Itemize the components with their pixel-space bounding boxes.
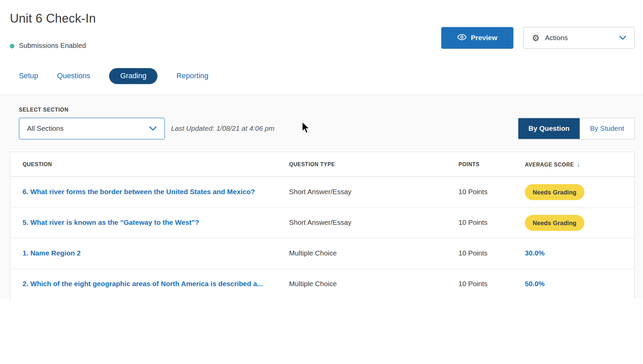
status-dot-icon (10, 44, 14, 48)
question-type: Multiple Choice (289, 280, 459, 288)
actions-button-label: Actions (545, 34, 568, 42)
sort-desc-icon: ↓ (577, 161, 580, 168)
column-header-average-score[interactable]: AVERAGE SCORE↓ (525, 161, 635, 168)
column-header-question[interactable]: QUESTION (10, 161, 289, 167)
average-score-value: 30.0% (525, 249, 545, 257)
questions-table: QUESTION QUESTION TYPE POINTS AVERAGE SC… (10, 152, 635, 299)
preview-button-label: Preview (471, 34, 497, 42)
table-header-row: QUESTION QUESTION TYPE POINTS AVERAGE SC… (10, 152, 634, 177)
needs-grading-badge: Needs Grading (525, 184, 584, 200)
question-points: 10 Points (458, 249, 525, 257)
select-section-label: SELECT SECTION (19, 107, 635, 113)
column-header-points[interactable]: POINTS (458, 161, 525, 167)
section-dropdown-value: All Sections (27, 124, 63, 132)
grading-content: SELECT SECTION All Sections Last Updated… (0, 95, 643, 299)
view-toggle: By Question By Student (518, 118, 635, 139)
table-row: 6. What river forms the border between t… (10, 177, 634, 207)
section-dropdown[interactable]: All Sections (19, 118, 165, 139)
eye-icon (457, 34, 467, 42)
status-label: Submissions Enabled (19, 42, 86, 50)
tab-reporting[interactable]: Reporting (176, 68, 208, 84)
by-student-toggle[interactable]: By Student (580, 118, 634, 139)
question-link[interactable]: 5. What river is known as the "Gateway t… (10, 218, 289, 227)
question-type: Short Answer/Essay (289, 219, 459, 227)
tab-questions[interactable]: Questions (57, 68, 90, 84)
question-link[interactable]: 1. Name Region 2 (10, 249, 289, 258)
chevron-down-icon (619, 34, 626, 42)
column-header-question-type[interactable]: QUESTION TYPE (289, 161, 459, 167)
tab-setup[interactable]: Setup (19, 68, 38, 84)
question-type: Short Answer/Essay (289, 188, 459, 196)
needs-grading-badge: Needs Grading (525, 215, 584, 231)
header-actions: Preview ⚙ Actions (441, 27, 635, 49)
actions-button[interactable]: ⚙ Actions (523, 27, 635, 49)
table-row: 5. What river is known as the "Gateway t… (10, 208, 634, 238)
page-title: Unit 6 Check-In (10, 11, 635, 25)
question-points: 10 Points (458, 280, 525, 288)
by-question-toggle[interactable]: By Question (518, 118, 580, 139)
gear-icon: ⚙ (532, 34, 540, 42)
tab-bar: Setup Questions Grading Reporting (19, 68, 635, 95)
question-type: Multiple Choice (289, 249, 459, 257)
page: Unit 6 Check-In Submissions Enabled Prev… (0, 0, 643, 299)
tab-grading[interactable]: Grading (109, 68, 158, 84)
chevron-down-icon (149, 124, 157, 132)
mouse-cursor-icon (301, 121, 311, 134)
average-score-value: 50.0% (525, 280, 545, 288)
question-points: 10 Points (458, 188, 525, 196)
question-points: 10 Points (458, 219, 525, 227)
table-row: 2. Which of the eight geographic areas o… (10, 269, 634, 299)
page-header: Unit 6 Check-In Submissions Enabled Prev… (0, 0, 643, 95)
last-updated-text: Last Updated: 1/08/21 at 4:06 pm (171, 124, 274, 132)
preview-button[interactable]: Preview (441, 27, 513, 49)
question-link[interactable]: 6. What river forms the border between t… (10, 187, 289, 196)
question-link[interactable]: 2. Which of the eight geographic areas o… (10, 280, 289, 289)
table-row: 1. Name Region 2 Multiple Choice 10 Poin… (10, 238, 634, 269)
filter-row: All Sections Last Updated: 1/08/21 at 4:… (10, 118, 635, 139)
